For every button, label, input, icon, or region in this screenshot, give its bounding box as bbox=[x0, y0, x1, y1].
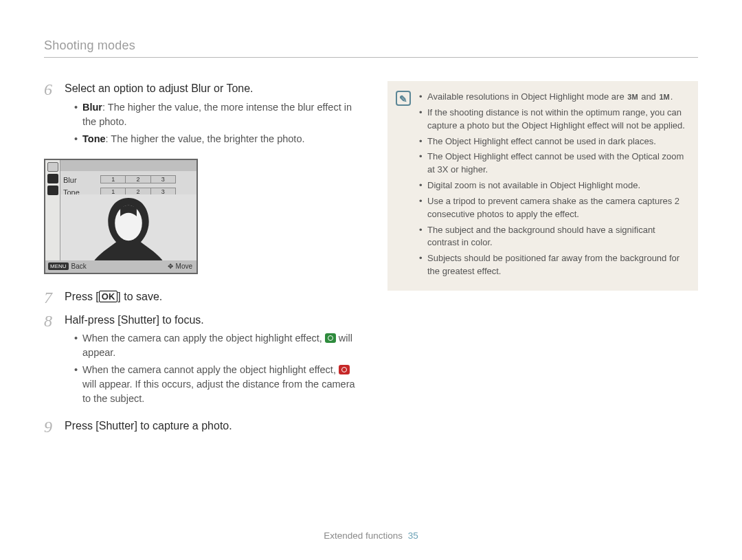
note-icon: ✎ bbox=[396, 91, 411, 106]
tone-icon bbox=[47, 186, 58, 195]
header-rule bbox=[44, 57, 698, 58]
step-number: 9 bbox=[44, 418, 58, 435]
gauge-seg: 3 bbox=[151, 176, 175, 183]
blur-gauge: 1 2 3 bbox=[100, 175, 176, 183]
list-item: Digital zoom is not available in Object … bbox=[419, 179, 686, 192]
ok-button-glyph: OK bbox=[99, 291, 118, 302]
menu-chip: MENU bbox=[48, 262, 69, 270]
bullet-text: When the camera cannot apply the object … bbox=[82, 364, 339, 375]
list-item: Tone: The higher the value, the brighter… bbox=[74, 132, 360, 146]
list-item: Subjects should be positioned far away f… bbox=[419, 252, 686, 278]
step-text: Select an option to adjust Blur or Tone. bbox=[65, 81, 360, 96]
list-item: Available resolutions in Object Highligh… bbox=[419, 91, 686, 104]
info-list: Available resolutions in Object Highligh… bbox=[419, 91, 686, 278]
step-number: 7 bbox=[44, 289, 58, 306]
two-column-layout: 6 Select an option to adjust Blur or Ton… bbox=[44, 81, 698, 439]
bullet-text: When the camera can apply the object hig… bbox=[82, 333, 325, 344]
step-body: Press [OK] to save. bbox=[65, 289, 360, 306]
step8-bullets: When the camera can apply the object hig… bbox=[65, 331, 360, 406]
step-text: Half-press [Shutter] to focus. bbox=[65, 313, 360, 328]
info-text: and bbox=[639, 91, 659, 102]
page-number: 35 bbox=[408, 530, 418, 541]
list-item: If the shooting distance is not within t… bbox=[419, 107, 686, 133]
step-body: Select an option to adjust Blur or Tone.… bbox=[65, 81, 360, 149]
mode-icon bbox=[47, 162, 58, 172]
step-body: Press [Shutter] to capture a photo. bbox=[65, 418, 360, 435]
dpad-icon: ✥ bbox=[168, 262, 173, 270]
manual-page: Shooting modes 6 Select an option to adj… bbox=[0, 0, 742, 560]
step-6: 6 Select an option to adjust Blur or Ton… bbox=[44, 81, 360, 149]
bullet-term: Blur bbox=[82, 102, 102, 113]
page-title: Shooting modes bbox=[44, 38, 698, 53]
info-text: Available resolutions in Object Highligh… bbox=[427, 91, 627, 102]
gauge-seg: 1 bbox=[101, 176, 126, 183]
footer-section: Extended functions bbox=[324, 530, 403, 541]
list-item: The subject and the background should ha… bbox=[419, 224, 686, 250]
list-item: The Object Highlight effect cannot be us… bbox=[419, 135, 686, 148]
blur-icon bbox=[47, 174, 58, 183]
bullet-rest: : The higher the value, the more intense… bbox=[82, 102, 352, 127]
move-label: Move bbox=[176, 262, 192, 270]
list-item: The Object Highlight effect cannot be us… bbox=[419, 150, 686, 177]
step-text: Press [OK] to save. bbox=[65, 289, 360, 304]
back-label: Back bbox=[71, 262, 87, 270]
highlight-fail-icon bbox=[339, 365, 350, 374]
list-item: Blur: The higher the value, the more int… bbox=[74, 100, 360, 129]
step-7: 7 Press [OK] to save. bbox=[44, 289, 360, 306]
resolution-1m-icon: 1M bbox=[658, 92, 670, 103]
right-column: ✎ Available resolutions in Object Highli… bbox=[387, 81, 698, 439]
list-item: When the camera cannot apply the object … bbox=[74, 363, 360, 406]
section-header: Shooting modes bbox=[44, 38, 698, 58]
bullet-text: will appear. If this occurs, adjust the … bbox=[82, 379, 355, 404]
camera-lcd-illustration: Blur Tone Blur 1 2 3 1 2 3 bbox=[44, 159, 198, 274]
bullet-term: Tone bbox=[82, 133, 106, 144]
step-body: Half-press [Shutter] to focus. When the … bbox=[65, 313, 360, 410]
info-text: . bbox=[671, 91, 673, 102]
text-pre: Press [ bbox=[65, 291, 99, 302]
step-8: 8 Half-press [Shutter] to focus. When th… bbox=[44, 313, 360, 410]
lcd-bottom-bar: MENU Back ✥ Move bbox=[45, 260, 196, 273]
page-footer: Extended functions 35 bbox=[0, 530, 742, 541]
step-text: Press [Shutter] to capture a photo. bbox=[65, 418, 360, 434]
resolution-3m-icon: 3M bbox=[627, 92, 638, 103]
left-column: 6 Select an option to adjust Blur or Ton… bbox=[44, 81, 360, 439]
step6-bullets: Blur: The higher the value, the more int… bbox=[65, 100, 360, 146]
step-number: 8 bbox=[44, 313, 58, 410]
bullet-rest: : The higher the value, the brighter the… bbox=[106, 133, 305, 144]
lcd-top-band bbox=[45, 160, 196, 171]
list-item: Use a tripod to prevent camera shake as … bbox=[419, 195, 686, 221]
step-9: 9 Press [Shutter] to capture a photo. bbox=[44, 418, 360, 435]
highlight-ok-icon bbox=[325, 333, 336, 343]
lcd-label-blur: Blur bbox=[63, 174, 80, 186]
step-number: 6 bbox=[44, 81, 58, 149]
text-post: ] to save. bbox=[117, 291, 162, 302]
info-note-box: ✎ Available resolutions in Object Highli… bbox=[387, 81, 698, 291]
list-item: When the camera can apply the object hig… bbox=[74, 331, 360, 360]
gauge-seg: 2 bbox=[126, 176, 150, 183]
lcd-left-strip bbox=[45, 160, 60, 260]
portrait-silhouette bbox=[60, 194, 196, 262]
